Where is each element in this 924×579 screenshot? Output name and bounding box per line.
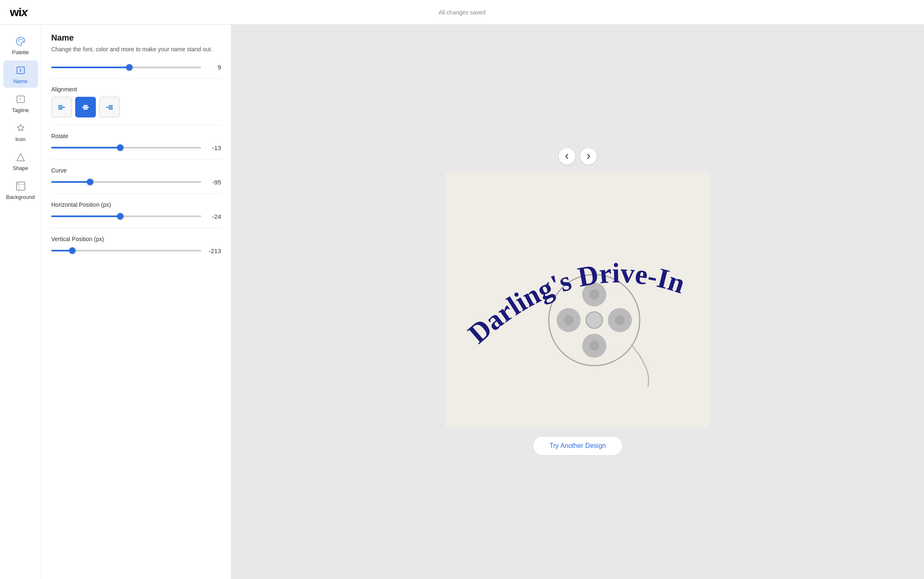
sidebar-item-tagline[interactable]: T Tagline: [3, 89, 38, 117]
sidebar-background-label: Background: [6, 194, 35, 200]
vpos-slider-thumb[interactable]: [69, 247, 76, 254]
panel-subtitle: Change the font, color and more to make …: [51, 45, 221, 54]
svg-rect-14: [82, 107, 89, 108]
shape-icon: [15, 151, 26, 163]
sidebar-icon-label: Icon: [15, 136, 26, 142]
svg-rect-9: [17, 182, 19, 184]
divider-5: [51, 228, 221, 228]
rotate-value: -13: [206, 144, 221, 151]
sidebar-item-palette[interactable]: Palette: [3, 31, 38, 59]
curve-slider-track: [51, 181, 201, 183]
prev-design-button[interactable]: [559, 148, 575, 165]
svg-text:Darling's Drive-In: Darling's Drive-In: [462, 257, 689, 349]
sidebar-item-icon[interactable]: Icon: [3, 118, 38, 146]
curve-label: Curve: [51, 167, 221, 174]
size-value: 9: [206, 64, 221, 71]
svg-point-0: [18, 41, 19, 42]
background-icon: [15, 180, 26, 192]
rotate-slider-track: [51, 147, 201, 148]
hpos-slider-track: [51, 215, 201, 217]
divider-2: [51, 125, 221, 125]
svg-rect-16: [109, 105, 113, 106]
divider-3: [51, 159, 221, 160]
rotate-label: Rotate: [51, 133, 221, 139]
logo-svg: Darling's Drive-In: [445, 171, 710, 428]
svg-point-28: [564, 315, 574, 325]
vpos-value: -213: [206, 247, 221, 254]
rotate-slider-thumb[interactable]: [117, 144, 124, 151]
align-left-button[interactable]: [51, 97, 72, 117]
align-right-button[interactable]: [99, 97, 120, 117]
save-status: All changes saved: [438, 9, 486, 16]
alignment-control: Alignment: [51, 86, 221, 117]
sidebar: Palette T Name T Tagline: [0, 25, 41, 579]
size-control-partial: 9: [51, 64, 221, 71]
svg-rect-18: [109, 108, 113, 110]
hpos-slider-thumb[interactable]: [117, 213, 124, 220]
size-slider-track: [51, 67, 201, 68]
align-center-button[interactable]: [75, 97, 96, 117]
name-icon: T: [15, 65, 26, 76]
divider-1: [51, 78, 221, 79]
sidebar-item-name[interactable]: T Name: [3, 60, 38, 88]
svg-point-26: [615, 315, 625, 325]
tagline-icon: T: [15, 93, 26, 105]
horizontal-position-label: Horizontal Position (px): [51, 201, 221, 208]
sidebar-name-label: Name: [13, 78, 28, 84]
canvas-area: Darling's Drive-In Try Another Design: [231, 25, 924, 579]
star-icon: [15, 122, 26, 134]
panel-title: Name: [51, 33, 221, 43]
wix-logo: wix: [10, 6, 27, 19]
divider-4: [51, 194, 221, 194]
hpos-value: -24: [206, 213, 221, 220]
palette-icon: [15, 36, 26, 47]
try-another-design-button[interactable]: Try Another Design: [533, 436, 623, 456]
svg-text:T: T: [19, 98, 21, 102]
svg-rect-17: [106, 107, 113, 108]
alignment-buttons: [51, 97, 221, 117]
svg-point-1: [19, 39, 20, 40]
main-layout: Palette T Name T Tagline: [0, 25, 924, 579]
control-panel: Name Change the font, color and more to …: [41, 25, 231, 579]
svg-rect-13: [83, 105, 88, 106]
svg-rect-11: [58, 107, 65, 108]
vertical-position-control: Vertical Position (px) -213: [51, 236, 221, 255]
vertical-position-label: Vertical Position (px): [51, 236, 221, 242]
alignment-label: Alignment: [51, 86, 221, 93]
nav-arrows: [559, 148, 597, 165]
svg-rect-15: [83, 108, 88, 110]
curve-slider-thumb[interactable]: [87, 179, 93, 185]
sidebar-tagline-label: Tagline: [12, 107, 29, 113]
svg-rect-10: [58, 105, 62, 106]
next-design-button[interactable]: [580, 148, 597, 165]
curve-control: Curve -95: [51, 167, 221, 186]
vpos-slider-track: [51, 250, 201, 251]
topbar: wix All changes saved: [0, 0, 924, 25]
sidebar-item-shape[interactable]: Shape: [3, 147, 38, 175]
sidebar-palette-label: Palette: [12, 49, 29, 55]
svg-point-27: [589, 341, 599, 351]
size-slider-thumb[interactable]: [126, 64, 133, 71]
sidebar-item-background[interactable]: Background: [3, 176, 38, 203]
svg-point-20: [586, 312, 603, 328]
sidebar-shape-label: Shape: [13, 165, 29, 171]
rotate-control: Rotate -13: [51, 133, 221, 152]
svg-point-3: [22, 41, 24, 42]
svg-text:T: T: [19, 68, 22, 73]
svg-rect-12: [58, 108, 62, 110]
curve-value: -95: [206, 179, 221, 186]
horizontal-position-control: Horizontal Position (px) -24: [51, 201, 221, 220]
svg-point-2: [21, 39, 22, 40]
logo-preview-card: Darling's Drive-In: [445, 171, 710, 428]
